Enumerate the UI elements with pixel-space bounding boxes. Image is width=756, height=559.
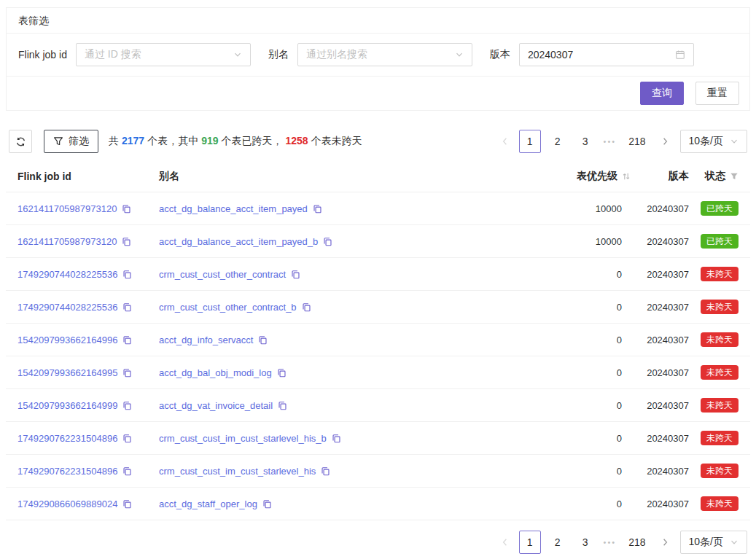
next-page-button[interactable] bbox=[657, 130, 673, 153]
filter-panel: 表筛选 Flink job id 通过 ID 搜索 别名 通过别名搜索 bbox=[6, 7, 750, 111]
copy-icon[interactable] bbox=[291, 270, 300, 279]
flink-job-id-link[interactable]: 1749290744028225536 bbox=[17, 302, 117, 313]
reset-button[interactable]: 重置 bbox=[695, 82, 739, 105]
flink-job-id-link[interactable]: 1542097993662164999 bbox=[17, 400, 117, 411]
page-button-1[interactable]: 1 bbox=[519, 130, 541, 153]
column-status: 状态 bbox=[689, 170, 739, 183]
page-button-2[interactable]: 2 bbox=[547, 130, 569, 153]
page-size-select[interactable]: 10条/页 bbox=[680, 130, 747, 153]
refresh-button[interactable] bbox=[9, 130, 32, 153]
flink-job-id-link[interactable]: 1542097993662164995 bbox=[17, 367, 117, 378]
flink-job-id-link[interactable]: 1749290744028225536 bbox=[17, 269, 117, 280]
alias-link[interactable]: acct_dg_balance_acct_item_payed bbox=[159, 203, 308, 214]
table-row: 1749290744028225536 crm_cust_cust_other_… bbox=[6, 258, 750, 291]
flink-job-id-select[interactable]: 通过 ID 搜索 bbox=[76, 43, 251, 66]
alias-link[interactable]: crm_cust_cust_other_contract_b bbox=[159, 302, 297, 313]
flink-job-id-link[interactable]: 1542097993662164996 bbox=[17, 335, 117, 345]
page: 表筛选 Flink job id 通过 ID 搜索 别名 通过别名搜索 bbox=[0, 0, 756, 554]
footer: 1 2 3 ••• 218 10条/页 bbox=[6, 531, 747, 554]
page-ellipsis[interactable]: ••• bbox=[602, 538, 618, 547]
alias-label: 别名 bbox=[268, 48, 289, 61]
copy-icon[interactable] bbox=[122, 335, 132, 345]
table-body: 1621411705987973120 acct_dg_balance_acct… bbox=[6, 192, 750, 520]
flink-job-id-link[interactable]: 1749290762231504896 bbox=[17, 433, 117, 444]
filter-panel-title: 表筛选 bbox=[7, 8, 749, 34]
page-button-2[interactable]: 2 bbox=[547, 531, 569, 554]
alias-placeholder: 通过别名搜索 bbox=[306, 48, 455, 61]
next-page-button[interactable] bbox=[657, 531, 673, 554]
alias-link[interactable]: acct_dg_staff_oper_log bbox=[159, 499, 257, 509]
copy-icon[interactable] bbox=[321, 466, 330, 476]
flink-job-id-link[interactable]: 1621411705987973120 bbox=[17, 203, 117, 214]
copy-icon[interactable] bbox=[332, 434, 341, 443]
flink-job-id-link[interactable]: 1749290866069889024 bbox=[17, 499, 117, 509]
refresh-icon bbox=[15, 136, 26, 147]
copy-icon[interactable] bbox=[122, 401, 132, 410]
column-version: 版本 bbox=[631, 170, 689, 183]
alias-link[interactable]: acct_dg_info_servacct bbox=[159, 335, 253, 345]
page-ellipsis[interactable]: ••• bbox=[602, 137, 618, 146]
status-badge: 未跨天 bbox=[701, 431, 739, 445]
flink-job-id-link[interactable]: 1749290762231504896 bbox=[17, 466, 117, 477]
page-button-3[interactable]: 3 bbox=[574, 531, 596, 554]
prev-page-button[interactable] bbox=[497, 531, 513, 554]
priority-cell: 0 bbox=[514, 499, 631, 509]
copy-icon[interactable] bbox=[258, 335, 268, 345]
version-cell: 20240307 bbox=[631, 499, 689, 509]
priority-cell: 0 bbox=[514, 269, 631, 280]
copy-icon[interactable] bbox=[122, 302, 132, 312]
copy-icon[interactable] bbox=[323, 237, 332, 246]
page-size-label: 10条/页 bbox=[689, 135, 723, 148]
copy-icon[interactable] bbox=[122, 368, 132, 378]
alias-link[interactable]: acct_dg_balance_acct_item_payed_b bbox=[159, 236, 318, 247]
page-button-218[interactable]: 218 bbox=[623, 531, 650, 554]
alias-link[interactable]: acct_dg_bal_obj_modi_log bbox=[159, 367, 272, 378]
copy-icon[interactable] bbox=[262, 499, 272, 509]
copy-icon[interactable] bbox=[122, 466, 132, 476]
status-badge: 已跨天 bbox=[701, 201, 739, 216]
version-date-input[interactable]: 20240307 bbox=[519, 43, 694, 66]
copy-icon[interactable] bbox=[122, 270, 132, 279]
copy-icon[interactable] bbox=[122, 434, 132, 443]
summary-text: 共2177个表，其中919个表已跨天，1258个表未跨天 bbox=[109, 135, 362, 148]
flink-job-id-field: Flink job id 通过 ID 搜索 bbox=[18, 43, 251, 66]
copy-icon[interactable] bbox=[278, 401, 287, 410]
priority-cell: 10000 bbox=[514, 236, 631, 247]
pagination-top: 1 2 3 ••• 218 10条/页 bbox=[497, 130, 747, 153]
page-size-select[interactable]: 10条/页 bbox=[680, 531, 747, 554]
copy-icon[interactable] bbox=[122, 237, 131, 246]
version-cell: 20240307 bbox=[631, 433, 689, 444]
copy-icon[interactable] bbox=[302, 302, 311, 312]
priority-cell: 0 bbox=[514, 400, 631, 411]
version-cell: 20240307 bbox=[631, 269, 689, 280]
copy-icon[interactable] bbox=[122, 499, 132, 509]
version-cell: 20240307 bbox=[631, 203, 689, 214]
flink-job-id-link[interactable]: 1621411705987973120 bbox=[17, 236, 117, 247]
filter-toggle-label: 筛选 bbox=[69, 135, 89, 148]
alias-link[interactable]: crm_cust_cust_im_cust_starlevel_his_b bbox=[159, 433, 327, 444]
alias-link[interactable]: crm_cust_cust_other_contract bbox=[159, 269, 286, 280]
column-filter-icon[interactable] bbox=[730, 172, 739, 181]
status-badge: 未跨天 bbox=[701, 267, 739, 281]
alias-select[interactable]: 通过别名搜索 bbox=[297, 43, 472, 66]
page-button-1[interactable]: 1 bbox=[519, 531, 541, 554]
page-button-218[interactable]: 218 bbox=[623, 130, 650, 153]
alias-link[interactable]: acct_dg_vat_invoice_detail bbox=[159, 400, 273, 411]
copy-icon[interactable] bbox=[277, 368, 287, 378]
prev-page-button[interactable] bbox=[497, 130, 513, 153]
table-row: 1749290762231504896 crm_cust_cust_im_cus… bbox=[6, 455, 750, 488]
status-badge: 未跨天 bbox=[701, 496, 739, 511]
table-row: 1542097993662164995 acct_dg_bal_obj_modi… bbox=[6, 356, 750, 389]
filter-toggle-button[interactable]: 筛选 bbox=[44, 130, 98, 153]
table-row: 1621411705987973120 acct_dg_balance_acct… bbox=[6, 225, 750, 258]
crossed-count: 919 bbox=[201, 135, 218, 146]
filter-actions-row: 查询 重置 bbox=[7, 77, 749, 110]
query-button[interactable]: 查询 bbox=[640, 82, 684, 105]
copy-icon[interactable] bbox=[313, 204, 322, 214]
priority-cell: 0 bbox=[514, 367, 631, 378]
page-button-3[interactable]: 3 bbox=[574, 130, 596, 153]
table-row: 1621411705987973120 acct_dg_balance_acct… bbox=[6, 192, 750, 225]
alias-link[interactable]: crm_cust_cust_im_cust_starlevel_his bbox=[159, 466, 316, 477]
sort-icon[interactable] bbox=[622, 172, 631, 181]
copy-icon[interactable] bbox=[122, 204, 131, 214]
